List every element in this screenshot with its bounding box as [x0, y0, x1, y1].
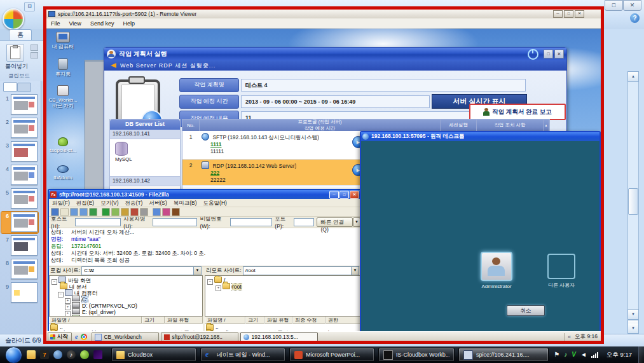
taskbar-button-powerpoint[interactable]: Microsoft PowerPoi... [289, 348, 374, 362]
taskbar-button-remote-desktop[interactable]: 192.168.100.13:5... [240, 332, 318, 341]
mysql-database-icon[interactable] [115, 142, 128, 156]
slide-row[interactable]: 7 [1, 235, 38, 257]
username-input[interactable] [153, 218, 197, 226]
menu-bookmarks[interactable]: 북마크(B) [174, 200, 197, 206]
start-button[interactable] [5, 346, 22, 363]
tree-item-root[interactable]: +root [205, 283, 360, 289]
col-filetype[interactable]: 파일 유형 [264, 317, 292, 324]
port-input[interactable] [294, 218, 314, 226]
tab-home[interactable]: 홈 [9, 29, 32, 41]
outline-tab[interactable] [17, 83, 31, 92]
search-icon[interactable] [162, 208, 170, 216]
menu-file[interactable]: 파일(F) [52, 200, 70, 206]
slides-tab[interactable] [3, 82, 17, 92]
slide-image-remote-viewer[interactable]: spice://106.241.16.117?tls-port=5902 (1)… [43, 6, 604, 344]
next-slide-button[interactable]: ▼ [627, 324, 639, 334]
administrator-avatar[interactable] [481, 252, 512, 281]
remote-desktop-window[interactable]: 192.168.100.13:57095 - 원격 데스크톱 Administr… [360, 131, 601, 333]
quickconnect-button[interactable]: 빠른 연결(Q) [317, 217, 353, 227]
slide-row[interactable]: 3 [1, 141, 38, 163]
restore-window-button[interactable]: □ [605, 0, 623, 11]
menu-help[interactable]: 도움말(H) [203, 200, 227, 206]
desktop-icon-cb-workbench[interactable]: CB_Workb... 바로 가기 [48, 85, 78, 109]
col-size[interactable]: 크기 [142, 317, 165, 324]
slide-row-selected[interactable]: 6 [1, 212, 38, 233]
tree-item-documents[interactable]: 내 문서 [50, 283, 202, 289]
scrollbar-down-button[interactable]: ▼ [627, 309, 639, 320]
menu-view[interactable]: View [69, 19, 81, 28]
slide-thumbnail[interactable] [11, 94, 38, 114]
taskbar-button-spice[interactable]: spice://106.241.16.... [458, 348, 549, 362]
app-icon-photos[interactable] [93, 350, 102, 359]
col-modified[interactable]: 최종 수정 [292, 317, 325, 324]
remote-site-combo[interactable]: /root▼ [243, 266, 359, 275]
col-filename[interactable]: 파일명 / [49, 317, 142, 324]
network-icon[interactable] [591, 352, 599, 358]
menu-view[interactable]: 보기(V) [100, 200, 118, 206]
process-queue-icon[interactable] [111, 208, 120, 216]
col-size[interactable]: 크기 [245, 317, 264, 324]
directory-compare-icon[interactable] [153, 208, 161, 216]
taskbar-button-is-cloudbox[interactable]: IS-Cloudbox Workb... [378, 348, 455, 362]
remote-viewer-titlebar[interactable]: spice://106.241.16.117?tls-port=5902 (1)… [46, 10, 601, 19]
menu-send-key[interactable]: Send key [90, 19, 114, 28]
password-input[interactable] [230, 218, 272, 226]
internet-explorer-icon[interactable]: e [75, 334, 78, 340]
taskbar-button-cloudbox[interactable]: CloudBox [111, 348, 196, 362]
slide-row[interactable]: 8 [1, 259, 38, 280]
user-tile-other[interactable]: 다른 사용자 [539, 254, 584, 289]
task-planner-titlebar[interactable]: 작업 계획서 실행 □ ✕ [104, 48, 566, 60]
tree-item-drive-c[interactable]: +C: [50, 296, 202, 302]
desktop-icon-tbadmin[interactable]: tbAdmin [48, 165, 78, 181]
task-link[interactable]: 222 [210, 170, 219, 176]
file-row[interactable]: .. [49, 324, 203, 330]
close-icon[interactable]: ✕ [575, 10, 584, 18]
maximize-icon[interactable]: □ [339, 191, 349, 199]
slide-thumbnail[interactable] [11, 259, 38, 279]
slide-row[interactable]: 4 [1, 165, 38, 186]
7zip-icon[interactable]: 7 [40, 350, 49, 359]
close-icon[interactable]: ✕ [350, 191, 359, 199]
maximize-icon[interactable]: □ [544, 50, 553, 58]
plan-time-value[interactable]: 2013 - 09 - 06 00:00 ~ 2015 - 09 - 06 16… [241, 95, 430, 108]
tree-item-my-computer[interactable]: −내 컴퓨터 [50, 289, 202, 296]
db-server-item[interactable]: 192.168.10.141 [110, 130, 180, 139]
taskbar-button-filezilla[interactable]: sftp://root@192.168.. [161, 332, 238, 341]
desktop-icon-tadpole[interactable]: tadpole-st... [48, 137, 78, 153]
v3-antivirus-icon[interactable]: V [572, 351, 576, 359]
guest-start-button[interactable]: 시작 [48, 332, 72, 341]
paste-button[interactable] [6, 44, 24, 62]
menu-help[interactable]: Help [123, 19, 135, 28]
slide-thumbnail[interactable] [11, 282, 38, 303]
slide-row[interactable]: 5 [1, 188, 38, 210]
scrollbar-thumb[interactable] [628, 188, 638, 215]
table-scrollbar[interactable]: ▲ [544, 120, 549, 131]
slide-row[interactable]: 2 [1, 118, 38, 139]
power-icon[interactable] [528, 49, 538, 60]
desktop-icon-recycle-bin[interactable]: 휴지통 [48, 58, 78, 77]
close-window-button[interactable]: ✕ [623, 0, 641, 11]
cancel-button[interactable]: 취소 [507, 305, 545, 316]
slide-row[interactable]: 9 [1, 282, 38, 304]
office-button[interactable] [3, 8, 24, 30]
file-row[interactable]: .. [205, 324, 360, 330]
remote-tree-icon[interactable] [79, 208, 88, 216]
user-tile-administrator[interactable]: Administrator [474, 252, 519, 289]
background-window[interactable] [85, 60, 106, 202]
refresh-icon[interactable] [102, 208, 110, 216]
show-desktop-button[interactable] [638, 346, 644, 363]
menu-transfer[interactable]: 전송(T) [125, 200, 143, 206]
copy-icon[interactable] [31, 52, 38, 58]
desktop-icon-my-computer[interactable]: 내 컴퓨터 [48, 32, 78, 50]
chrome-icon[interactable] [81, 334, 87, 340]
maximize-icon[interactable]: □ [564, 10, 573, 18]
remote-desktop-titlebar[interactable]: 192.168.100.13:57095 - 원격 데스크톱 [361, 132, 599, 141]
minimize-icon[interactable]: ─ [329, 191, 339, 199]
synchronized-browsing-icon[interactable] [89, 208, 97, 216]
help-icon[interactable]: ? [630, 13, 640, 23]
menu-server[interactable]: 서버(S) [149, 200, 167, 206]
slide-thumbnail[interactable] [11, 235, 38, 256]
plan-name-value[interactable]: 테스트 4 [241, 79, 526, 92]
tray-expand-icon[interactable]: « [568, 334, 571, 340]
app-icon-messenger[interactable] [53, 350, 62, 359]
